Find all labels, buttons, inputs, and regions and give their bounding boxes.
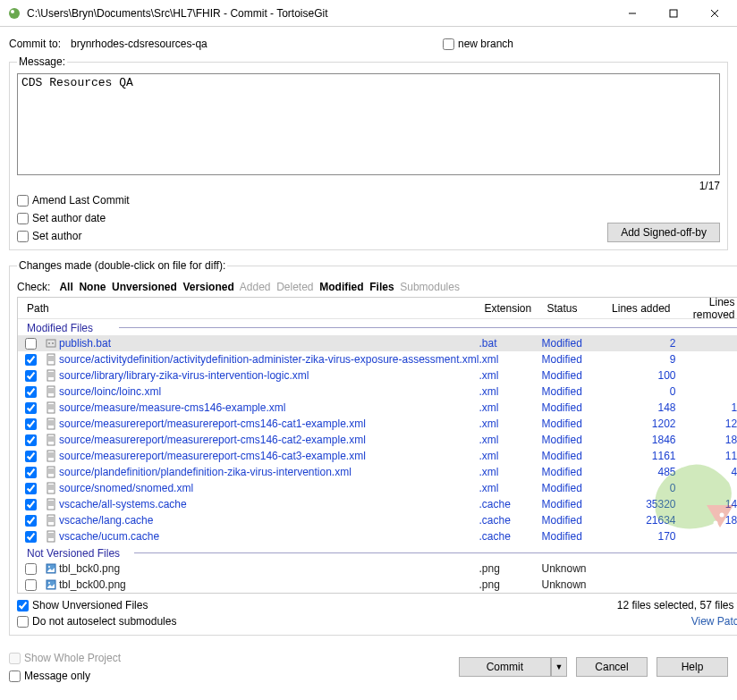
file-lines-added: 1202 [605,417,676,430]
set-author-date-checkbox[interactable]: Set author date [17,212,130,224]
file-checkbox[interactable] [25,515,37,527]
file-row[interactable]: tbl_bck00.png.pngUnknown [18,577,737,593]
file-row[interactable]: vscache/all-systems.cache.cacheModified3… [18,496,737,512]
file-list-body[interactable]: Modified Filespublish.bat.batModified22s… [18,319,737,593]
file-name: source/measurereport/measurereport-cms14… [59,450,479,462]
filter-submodules[interactable]: Submodules [400,281,460,293]
file-ext: .cache [479,514,542,527]
file-name: source/measurereport/measurereport-cms14… [59,417,479,430]
svg-rect-3 [670,10,677,17]
col-extension[interactable]: Extension [479,302,542,315]
file-row[interactable]: vscache/lang.cache.cacheModified21634180… [18,512,737,528]
file-lines-added: 35320 [605,498,676,510]
file-ext: .xml [479,434,542,446]
col-lines-added[interactable]: Lines added [605,302,676,315]
file-checkbox[interactable] [25,563,37,575]
no-autoselect-checkbox[interactable]: Do not autoselect submodules [17,615,176,628]
svg-rect-6 [47,340,55,347]
col-path[interactable]: Path [18,302,479,315]
file-ext: .xml [479,401,542,414]
filter-deleted[interactable]: Deleted [276,281,313,293]
filter-none[interactable]: None [79,281,106,293]
selection-status: 12 files selected, 57 files total [617,599,737,611]
file-row[interactable]: source/library/library-zika-virus-interv… [18,367,737,384]
file-ext: .xml [479,353,542,366]
file-row[interactable]: tbl_bck0.png.pngUnknown [18,561,737,577]
message-only-checkbox[interactable]: Message only [9,670,121,682]
changes-legend: Changes made (double-click on file for d… [17,259,227,272]
col-lines-removed[interactable]: Lines removed [676,297,738,321]
help-button[interactable]: Help [657,657,728,677]
file-checkbox[interactable] [25,402,37,414]
minimize-button[interactable] [612,0,653,27]
file-checkbox[interactable] [25,418,37,430]
commit-button[interactable]: Commit ▼ [459,657,567,677]
file-row[interactable]: source/plandefinition/plandefinition-zik… [18,464,737,480]
filter-modified[interactable]: Modified [319,281,363,293]
svg-rect-21 [47,402,55,413]
maximize-button[interactable] [653,0,694,27]
file-checkbox[interactable] [25,434,37,446]
filter-unversioned[interactable]: Unversioned [112,281,177,293]
file-row[interactable]: source/activitydefinition/activitydefini… [18,351,737,367]
file-lines-removed: 1809 [676,514,738,527]
file-row[interactable]: vscache/ucum.cache.cacheModified1702 [18,528,737,544]
file-status: Modified [542,450,605,462]
amend-checkbox[interactable]: Amend Last Commit [17,194,130,207]
file-icon [43,434,59,446]
file-lines-added: 0 [605,385,676,398]
filter-added[interactable]: Added [240,281,271,293]
view-patch-link[interactable]: View Patch>> [691,615,737,628]
file-lines-removed: 1439 [676,498,738,510]
commit-message-input[interactable] [17,73,720,175]
show-unversioned-checkbox[interactable]: Show Unversioned Files [17,599,176,611]
file-lines-added: 2 [605,337,676,350]
add-signed-off-button[interactable]: Add Signed-off-by [607,223,720,242]
file-checkbox[interactable] [25,451,37,462]
file-checkbox[interactable] [25,354,37,366]
file-name: source/snomed/snomed.xml [59,482,479,494]
file-row[interactable]: publish.bat.batModified22 [18,335,737,351]
file-checkbox[interactable] [25,499,37,510]
file-name: vscache/ucum.cache [59,530,479,543]
file-icon [43,562,59,575]
file-icon [43,482,59,494]
cancel-button[interactable]: Cancel [576,657,648,677]
file-row[interactable]: source/snomed/snomed.xml.xmlModified00 [18,480,737,496]
file-checkbox[interactable] [25,467,37,478]
col-status[interactable]: Status [542,302,605,315]
svg-rect-25 [47,418,55,429]
file-row[interactable]: source/measurereport/measurereport-cms14… [18,448,737,464]
svg-point-8 [52,342,54,344]
file-row[interactable]: source/measurereport/measurereport-cms14… [18,416,737,432]
file-checkbox[interactable] [25,370,37,382]
file-status: Modified [542,466,605,478]
filter-files[interactable]: Files [369,281,394,293]
commit-dropdown-icon[interactable]: ▼ [551,657,567,677]
file-checkbox[interactable] [25,531,37,543]
file-status: Modified [542,514,605,527]
filter-versioned[interactable]: Versioned [182,281,233,293]
file-status: Modified [542,434,605,446]
show-whole-project-checkbox[interactable]: Show Whole Project [9,652,121,664]
file-row[interactable]: source/measure/measure-cms146-example.xm… [18,400,737,416]
svg-rect-33 [47,451,55,461]
file-icon [43,417,59,430]
new-branch-checkbox[interactable]: new branch [443,38,513,50]
svg-point-1 [11,10,14,13]
file-status: Modified [542,385,605,398]
file-lines-removed: 1201 [676,417,738,430]
file-name: source/measure/measure-cms146-example.xm… [59,401,479,414]
close-button[interactable] [694,0,735,27]
file-checkbox[interactable] [25,338,37,350]
file-checkbox[interactable] [25,579,37,591]
file-ext: .bat [479,337,542,350]
filter-all[interactable]: All [59,281,72,293]
set-author-checkbox[interactable]: Set author [17,230,130,242]
file-lines-removed: 463 [676,466,738,478]
file-checkbox[interactable] [25,386,37,398]
file-row[interactable]: source/measurereport/measurereport-cms14… [18,432,737,448]
file-row[interactable]: source/loinc/loinc.xml.xmlModified00 [18,384,737,400]
file-status: Modified [542,482,605,494]
file-checkbox[interactable] [25,483,37,494]
